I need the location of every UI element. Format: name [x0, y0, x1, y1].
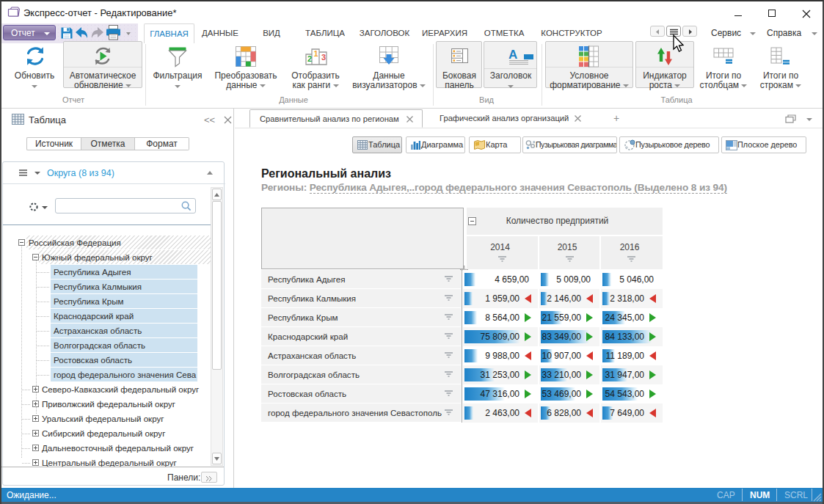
svg-text:A: A	[508, 48, 517, 62]
svg-text:1: 1	[314, 49, 318, 58]
svg-text:2: 2	[307, 54, 312, 63]
svg-text:3: 3	[321, 53, 326, 62]
